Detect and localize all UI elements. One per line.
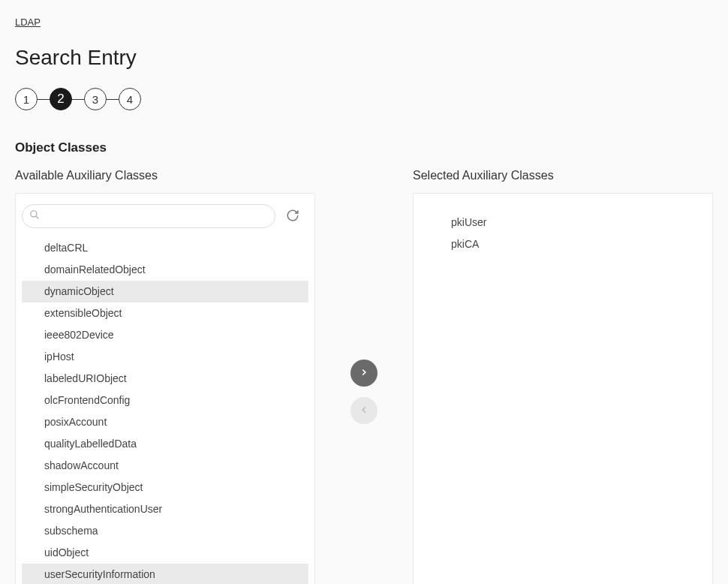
list-item[interactable]: deltaCRL [22,237,308,259]
available-panel: Available Auxiliary Classes deltaCRLdoma… [15,169,315,584]
step-connector [38,99,50,100]
step-connector [107,99,119,100]
available-label: Available Auxiliary Classes [15,169,315,182]
list-item[interactable]: olcFrontendConfig [22,390,308,411]
selected-class-list: pkiUserpkiCA [420,204,706,263]
list-item[interactable]: shadowAccount [22,455,308,477]
available-class-list: deltaCRLdomainRelatedObjectdynamicObject… [22,237,308,584]
list-item[interactable]: ieee802Device [22,324,308,346]
transfer-controls [315,169,413,584]
search-input[interactable] [22,204,275,228]
selected-panel: Selected Auxiliary Classes pkiUserpkiCA [413,169,713,584]
step-connector [72,99,84,100]
add-to-selected-button[interactable] [350,360,378,387]
chevron-right-icon [359,367,369,380]
wizard-step-4[interactable]: 4 [119,88,141,110]
list-item[interactable]: qualityLabelledData [22,433,308,455]
remove-from-selected-button [350,397,378,424]
available-list-box: deltaCRLdomainRelatedObjectdynamicObject… [15,193,315,584]
wizard-step-2[interactable]: 2 [50,88,72,110]
chevron-left-icon [359,405,369,417]
dual-list: Available Auxiliary Classes deltaCRLdoma… [15,169,713,584]
list-item[interactable]: pkiUser [426,212,700,233]
breadcrumb-ldap[interactable]: LDAP [15,17,41,28]
list-item[interactable]: userSecurityInformation [22,564,308,584]
search-row [22,204,308,234]
refresh-icon [286,209,299,224]
list-item[interactable]: simpleSecurityObject [22,477,308,498]
list-item[interactable]: pkiCA [426,233,700,255]
wizard-steps: 1234 [15,88,713,110]
selected-label: Selected Auxiliary Classes [413,169,713,182]
refresh-button[interactable] [283,206,302,227]
wizard-step-3[interactable]: 3 [84,88,107,110]
list-item[interactable]: posixAccount [22,411,308,433]
list-item[interactable]: subschema [22,520,308,542]
page-title: Search Entry [15,46,713,70]
list-item[interactable]: ipHost [22,346,308,368]
list-item[interactable]: labeledURIObject [22,368,308,390]
list-item[interactable]: uidObject [22,542,308,564]
list-item[interactable]: dynamicObject [22,281,308,303]
section-title-object-classes: Object Classes [15,140,713,155]
list-item[interactable]: domainRelatedObject [22,259,308,281]
selected-list-box: pkiUserpkiCA [413,193,713,584]
wizard-step-1[interactable]: 1 [15,88,38,110]
list-item[interactable]: strongAuthenticationUser [22,498,308,520]
list-item[interactable]: extensibleObject [22,303,308,324]
